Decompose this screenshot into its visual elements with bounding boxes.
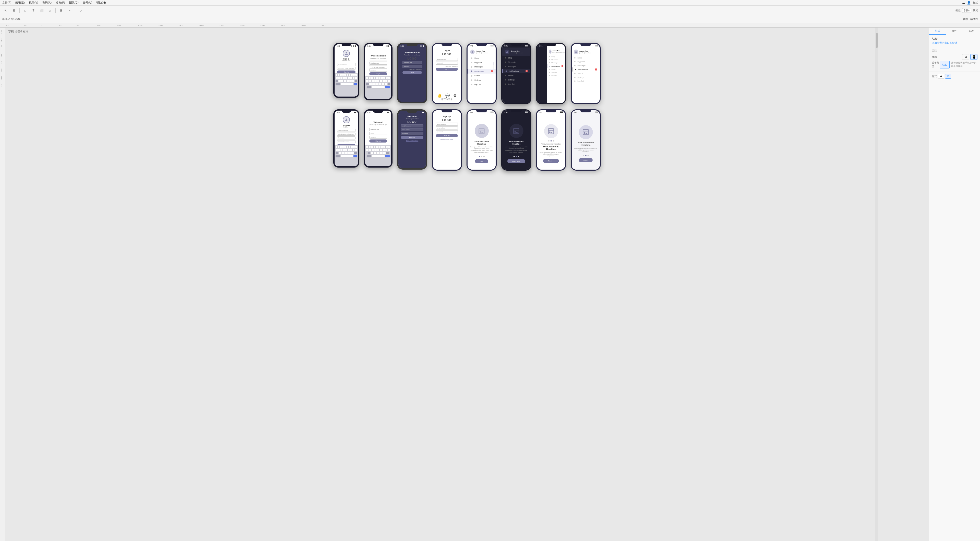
password-11[interactable]: password xyxy=(401,132,423,135)
connect-tool[interactable]: ⊞ xyxy=(10,7,18,14)
nav-shop-6[interactable]: Shop xyxy=(502,56,530,60)
nav-logout-6[interactable]: Log Out xyxy=(502,82,530,86)
insert-tool[interactable]: □ xyxy=(22,7,29,14)
auto-btn[interactable]: Auto xyxy=(940,61,950,69)
menu-help[interactable]: 帮助(H) xyxy=(96,1,106,5)
password-field-1[interactable]: PasswordForgot password xyxy=(337,67,355,70)
panel-scroll[interactable]: Auto 添加前景的窗口和设计 关联 展示 🖥 📱 设备类型 Auto xyxy=(929,35,980,541)
email-10[interactable]: john@doe.com xyxy=(369,128,387,131)
password-2[interactable]: password xyxy=(369,69,387,72)
publish-btn[interactable]: ▷ xyxy=(77,7,84,14)
desktop-btn[interactable]: 🖥 xyxy=(962,54,969,60)
menu-file[interactable]: 文件(F) xyxy=(2,1,11,5)
name-10[interactable]: name xyxy=(369,132,387,135)
nav-switch-6[interactable]: Switch xyxy=(502,73,530,78)
nav-shop-5[interactable]: Shop xyxy=(468,56,496,60)
forgot-3[interactable]: Forgot your password? xyxy=(402,69,422,70)
nav-messages-5[interactable]: Messages xyxy=(468,65,496,69)
nav-switch-8[interactable]: Switch xyxy=(572,72,600,75)
email-3[interactable]: ann@doe.com xyxy=(402,61,422,64)
email-4[interactable]: ann@doe.com xyxy=(436,58,458,61)
v-scrollbar[interactable] xyxy=(875,27,878,541)
nav-shop-8[interactable]: Shop xyxy=(572,56,600,60)
nav-profile-7[interactable]: My profile xyxy=(547,58,565,61)
text-tool[interactable]: T xyxy=(30,7,37,14)
email-11[interactable]: ann@doe.com xyxy=(401,124,423,128)
back-10[interactable]: ‹ xyxy=(368,116,389,118)
email-field-1[interactable]: Email Address xyxy=(337,63,355,66)
login-btn-3[interactable]: Log In xyxy=(402,71,422,74)
nav-logout-7[interactable]: Log Out xyxy=(547,74,565,77)
login-btn-4[interactable]: Log In xyxy=(436,68,458,71)
learn-btn-14[interactable]: Learn More xyxy=(508,159,525,163)
menu-team[interactable]: 团队(C) xyxy=(69,1,79,5)
grid-toggle[interactable]: 网格 xyxy=(963,18,968,21)
component-tool[interactable]: ◇ xyxy=(46,7,53,14)
nav-messages-8[interactable]: Messages xyxy=(572,64,600,67)
nav-notif-7[interactable]: Notifications 5 xyxy=(547,64,565,68)
v-scrollbar-thumb[interactable] xyxy=(876,33,878,48)
terms-11[interactable]: Terms and Conditions xyxy=(401,140,423,142)
password-4[interactable]: password xyxy=(436,62,458,65)
signup-btn-12[interactable]: Sign Up xyxy=(436,134,458,137)
tab-style[interactable]: 样式 xyxy=(929,27,946,35)
confirm-9[interactable]: Confirm Password xyxy=(337,140,355,143)
email-address-11[interactable]: email address xyxy=(401,128,423,131)
nav-settings-5[interactable]: Settings xyxy=(468,78,496,82)
bell-icon-4[interactable]: 🔔 xyxy=(438,94,442,97)
menu-account[interactable]: 账号(U) xyxy=(83,1,92,5)
name-9[interactable]: John Alexanderz xyxy=(337,129,355,132)
mobile-btn[interactable]: 📱 xyxy=(970,54,977,60)
nav-switch-7[interactable]: Switch xyxy=(547,68,565,71)
back-arrow-2[interactable]: ‹ xyxy=(368,50,389,52)
nav-switch-5[interactable]: Switch xyxy=(468,73,496,78)
signup-btn-10[interactable]: Sign Up xyxy=(369,139,387,142)
forgot-2[interactable]: Forgot your password? xyxy=(369,66,387,68)
login-btn-2[interactable]: Log In xyxy=(369,72,387,75)
menu-publish[interactable]: 发布(P) xyxy=(56,1,65,5)
nav-settings-8[interactable]: Settings xyxy=(572,75,600,79)
align-tool[interactable]: ≡ xyxy=(66,7,73,14)
forgot-4[interactable]: Forgot your password? xyxy=(436,65,458,67)
login-label[interactable]: 样式 xyxy=(973,1,978,5)
password-9[interactable]: Password xyxy=(337,136,355,139)
nav-settings-7[interactable]: Settings xyxy=(547,71,565,74)
nav-profile-6[interactable]: My profile xyxy=(502,60,530,64)
chat-icon-4[interactable]: 💬 xyxy=(445,94,450,97)
member-text-12[interactable]: Member? Go to Log In xyxy=(436,139,458,140)
nav-logout-8[interactable]: Log Out xyxy=(572,79,600,83)
register-btn-11[interactable]: Register xyxy=(401,136,423,139)
arrange-tool[interactable]: ⊞ xyxy=(58,7,65,14)
email-9[interactable]: johnalexandersz@mail.com xyxy=(337,132,355,136)
next-btn-15[interactable]: Next >> xyxy=(543,159,558,163)
auto-link[interactable]: 添加前景的窗口和设计 xyxy=(932,41,977,45)
menu-edit[interactable]: 编辑(E) xyxy=(15,1,25,5)
nav-notifications-5[interactable]: Notifications 5 xyxy=(468,69,496,73)
nav-notif-8[interactable]: Notifications 5 xyxy=(572,67,600,72)
menu-view[interactable]: 视图(V) xyxy=(29,1,38,5)
canvas[interactable]: 草稿-语言4-布局 9:41▶ ◼ ▮ xyxy=(5,27,929,541)
password-12[interactable]: password xyxy=(436,130,458,133)
gear-icon-4[interactable]: ⚙ xyxy=(453,94,457,97)
style-btn-2[interactable]: B xyxy=(945,74,951,79)
next-btn-16[interactable]: Next > xyxy=(579,158,593,162)
password-10[interactable]: password xyxy=(369,136,387,139)
nav-logout-5[interactable]: Log Out xyxy=(468,82,496,86)
email-address-12[interactable]: email address xyxy=(436,126,458,129)
nav-messages-6[interactable]: Messages xyxy=(502,64,530,69)
nav-profile-8[interactable]: My profile xyxy=(572,60,600,64)
menu-layout[interactable]: 布局(A) xyxy=(42,1,52,5)
tab-properties[interactable]: 属性 xyxy=(946,27,963,35)
email-2[interactable]: john@doe.com xyxy=(369,62,387,65)
email-12[interactable]: ann@doe.com xyxy=(436,123,458,126)
nav-messages-7[interactable]: Messages xyxy=(547,61,565,64)
style-btn-1[interactable]: A xyxy=(938,74,944,79)
tab-notes[interactable]: 说明 xyxy=(963,27,980,35)
image-tool[interactable]: ⬜ xyxy=(38,7,45,14)
select-tool[interactable]: ↖ xyxy=(2,7,9,14)
nav-shop-7[interactable]: Shop xyxy=(547,55,565,58)
guide-toggle[interactable]: 辅助线 xyxy=(970,18,978,21)
next-btn-13[interactable]: Next xyxy=(475,159,488,163)
nav-notifications-6[interactable]: Notifications 5 xyxy=(502,69,530,73)
password-3[interactable]: password xyxy=(402,65,422,68)
